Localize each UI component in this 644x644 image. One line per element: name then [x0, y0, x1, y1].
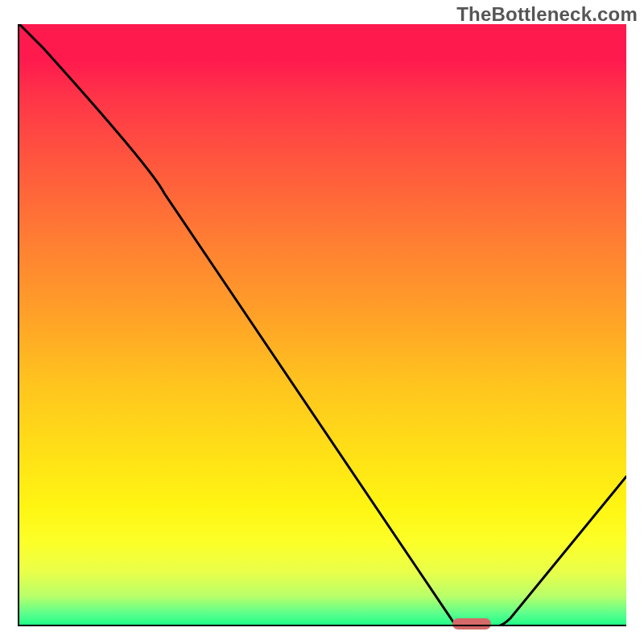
x-axis — [18, 625, 626, 626]
chart-container: TheBottleneck.com — [0, 0, 644, 644]
watermark-text: TheBottleneck.com — [456, 3, 638, 26]
y-axis — [18, 24, 19, 626]
recommendation-marker — [452, 618, 491, 630]
chart-background-gradient — [19, 24, 626, 626]
